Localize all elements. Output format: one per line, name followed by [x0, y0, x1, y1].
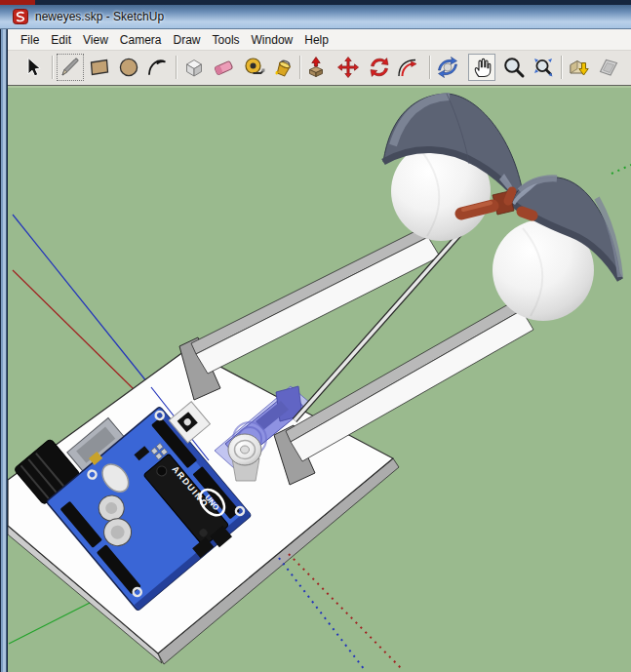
- line-tool-button[interactable]: [57, 54, 84, 81]
- pencil-icon: [59, 56, 82, 79]
- viewport-top-edge: [8, 86, 631, 88]
- window-left-border: [0, 29, 8, 672]
- paint-bucket-tool-button[interactable]: [270, 54, 297, 81]
- share-model-tool-button[interactable]: [595, 54, 622, 81]
- menu-edit[interactable]: Edit: [46, 31, 76, 49]
- toolbar-separator: [561, 56, 563, 79]
- circle-icon: [117, 56, 140, 79]
- menubar: File Edit View Camera Draw Tools Window …: [8, 29, 631, 51]
- rotate-tool-button[interactable]: [366, 54, 393, 81]
- orbit-icon: [436, 56, 459, 79]
- get-models-tool-button[interactable]: [566, 54, 593, 81]
- move-arrows-icon: [336, 56, 360, 79]
- toolbar-separator: [176, 56, 177, 79]
- move-tool-button[interactable]: [335, 54, 362, 81]
- toolbar-separator: [429, 56, 431, 79]
- menu-file[interactable]: File: [16, 31, 44, 49]
- tape-measure-tool-button[interactable]: [241, 54, 268, 81]
- menu-window[interactable]: Window: [247, 31, 298, 49]
- pan-tool-button[interactable]: [468, 54, 495, 81]
- rectangle-tool-button[interactable]: [86, 54, 113, 81]
- push-pull-icon: [304, 56, 328, 79]
- push-pull-tool-button[interactable]: [302, 54, 330, 81]
- menu-camera[interactable]: Camera: [115, 31, 167, 49]
- select-tool-button[interactable]: [20, 54, 47, 81]
- offset-arrow-icon: [395, 56, 418, 79]
- zoom-magnifier-icon: [502, 56, 526, 79]
- sketchup-logo-icon: [13, 9, 28, 24]
- tape-measure-icon: [243, 56, 266, 79]
- zoom-tool-button[interactable]: [500, 54, 528, 81]
- circle-tool-button[interactable]: [115, 54, 142, 81]
- sketchup-window: neweyes.skp - SketchUp File Edit View Ca…: [0, 0, 631, 672]
- zoom-extents-tool-button[interactable]: [530, 54, 557, 81]
- zoom-extents-icon: [532, 56, 555, 79]
- titlebar[interactable]: neweyes.skp - SketchUp: [0, 5, 631, 29]
- pan-hand-icon: [470, 56, 493, 79]
- select-arrow-icon: [21, 56, 45, 79]
- toolbar-separator: [299, 56, 301, 79]
- menu-help[interactable]: Help: [299, 31, 334, 49]
- eraser-tool-button[interactable]: [210, 54, 237, 81]
- make-component-tool-button[interactable]: [180, 54, 208, 81]
- paint-bucket-icon: [272, 56, 296, 79]
- menu-draw[interactable]: Draw: [169, 31, 206, 49]
- viewport[interactable]: ARDUINO UNO: [8, 86, 631, 672]
- offset-tool-button[interactable]: [393, 54, 420, 81]
- rectangle-icon: [88, 56, 111, 79]
- toolbar-separator: [52, 56, 54, 79]
- viewport-canvas[interactable]: ARDUINO UNO: [8, 86, 631, 672]
- window-title: neweyes.skp - SketchUp: [35, 10, 164, 23]
- toolbar: [8, 51, 631, 86]
- menu-tools[interactable]: Tools: [208, 31, 245, 49]
- orbit-tool-button[interactable]: [434, 54, 461, 81]
- share-model-icon: [597, 56, 620, 79]
- arc-icon: [145, 56, 169, 79]
- get-models-icon: [568, 56, 591, 79]
- menu-view[interactable]: View: [78, 31, 113, 49]
- rotate-arrows-icon: [368, 56, 391, 79]
- arc-tool-button[interactable]: [143, 54, 171, 81]
- eraser-icon: [212, 56, 235, 79]
- component-box-icon: [182, 56, 206, 79]
